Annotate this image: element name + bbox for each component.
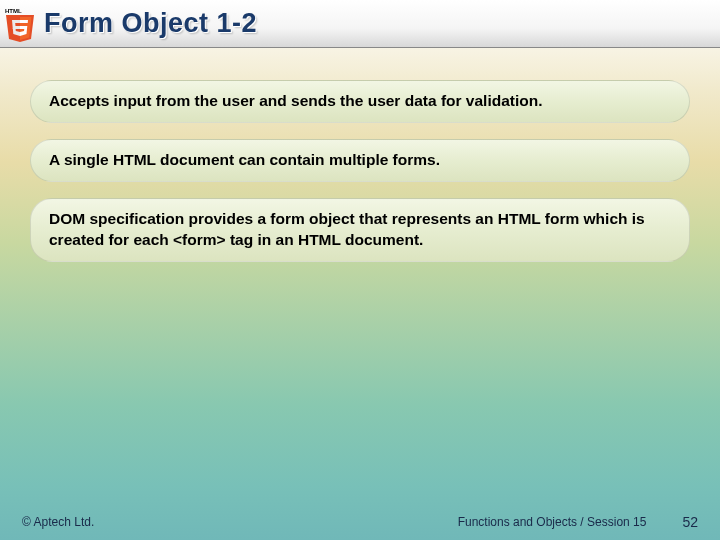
- html5-logo-icon: HTML: [4, 6, 36, 42]
- slide: HTML Form Object 1-2 Accepts input from …: [0, 0, 720, 540]
- bullet-item: DOM specification provides a form object…: [30, 198, 690, 262]
- slide-header: HTML Form Object 1-2: [0, 0, 720, 48]
- bullet-item: A single HTML document can contain multi…: [30, 139, 690, 182]
- copyright-text: © Aptech Ltd.: [22, 515, 94, 529]
- session-text: Functions and Objects / Session 15: [458, 515, 647, 529]
- svg-text:HTML: HTML: [5, 8, 22, 14]
- slide-title: Form Object 1-2: [44, 8, 257, 39]
- page-number: 52: [682, 514, 698, 530]
- slide-footer: © Aptech Ltd. Functions and Objects / Se…: [0, 504, 720, 540]
- svg-marker-5: [20, 20, 28, 23]
- slide-body: Accepts input from the user and sends th…: [30, 80, 690, 278]
- bullet-item: Accepts input from the user and sends th…: [30, 80, 690, 123]
